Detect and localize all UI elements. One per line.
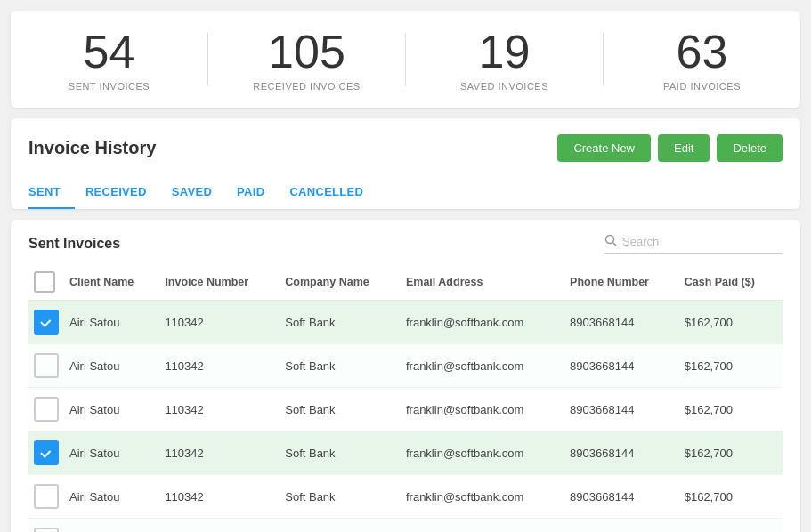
invoice-number: 110342 [159, 344, 280, 388]
phone-number: 8903668144 [564, 475, 679, 519]
col-header-companyName: Company Name [280, 264, 401, 301]
search-container [604, 234, 783, 254]
tab-saved[interactable]: SAVED [172, 176, 226, 209]
tab-sent[interactable]: SENT [28, 176, 75, 209]
table-row: Airi Satou110342Soft Bankfranklin@softba… [28, 519, 783, 532]
delete-button[interactable]: Delete [717, 134, 783, 162]
company-name: Soft Bank [280, 519, 401, 532]
search-icon [604, 234, 617, 249]
svg-line-1 [613, 243, 617, 246]
cash-paid: $162,700 [679, 431, 783, 475]
select-all-checkbox[interactable] [34, 271, 55, 293]
invoice-number: 110342 [159, 431, 280, 475]
cash-paid: $162,700 [679, 475, 783, 519]
email-address: franklin@softbank.com [401, 388, 564, 431]
checkbox-checked[interactable] [34, 310, 59, 335]
invoice-history-header: Invoice History Create New Edit Delete [28, 134, 783, 162]
stat-item-saved-invoices: 19SAVED INVOICES [406, 27, 603, 92]
invoice-number: 110342 [159, 388, 280, 431]
col-header-emailAddress: Email Address [401, 264, 564, 301]
phone-number: 8903668144 [564, 344, 679, 388]
edit-button[interactable]: Edit [658, 134, 710, 162]
phone-number: 8903668144 [564, 431, 679, 475]
checkbox-checked[interactable] [34, 440, 59, 465]
stat-label: PAID INVOICES [612, 81, 791, 92]
table-row: Airi Satou110342Soft Bankfranklin@softba… [28, 344, 783, 388]
checkbox-unchecked[interactable] [34, 397, 59, 422]
tab-cancelled[interactable]: CANCELLED [289, 176, 377, 209]
stat-item-received-invoices: 105RECEIVED INVOICES [208, 27, 405, 92]
company-name: Soft Bank [280, 344, 401, 388]
stat-label: SAVED INVOICES [415, 81, 594, 92]
phone-number: 8903668144 [564, 301, 679, 344]
checkbox-cell[interactable] [28, 388, 64, 431]
checkbox-unchecked[interactable] [34, 528, 59, 532]
email-address: franklin@softbank.com [401, 519, 564, 532]
client-name: Airi Satou [64, 475, 159, 519]
tab-received[interactable]: RECEIVED [85, 176, 161, 209]
email-address: franklin@softbank.com [401, 301, 564, 344]
client-name: Airi Satou [64, 388, 159, 431]
invoice-history-card: Invoice History Create New Edit Delete S… [11, 118, 800, 209]
table-header-row: Sent Invoices [28, 234, 783, 254]
company-name: Soft Bank [280, 301, 401, 344]
checkbox-cell[interactable] [28, 431, 64, 475]
stat-label: RECEIVED INVOICES [217, 81, 396, 92]
checkbox-unchecked[interactable] [34, 353, 59, 378]
cash-paid: $162,700 [679, 388, 783, 431]
invoice-number: 110342 [159, 519, 280, 532]
table-row: Airi Satou110342Soft Bankfranklin@softba… [28, 301, 783, 344]
invoice-number: 110342 [159, 475, 280, 519]
col-header-checkbox [28, 264, 64, 301]
stats-card: 54SENT INVOICES105RECEIVED INVOICES19SAV… [11, 11, 800, 108]
invoices-table: Client NameInvoice NumberCompany NameEma… [28, 264, 783, 532]
tabs: SENTRECEIVEDSAVEDPAIDCANCELLED [28, 176, 783, 209]
company-name: Soft Bank [280, 388, 401, 431]
stat-number: 19 [415, 27, 594, 77]
tab-paid[interactable]: PAID [237, 176, 279, 209]
search-input[interactable] [622, 235, 783, 248]
stat-number: 63 [612, 27, 791, 77]
checkbox-unchecked[interactable] [34, 484, 59, 509]
cash-paid: $162,700 [679, 344, 783, 388]
create-new-button[interactable]: Create New [557, 134, 651, 162]
stat-number: 54 [20, 27, 199, 77]
sent-invoices-title: Sent Invoices [28, 236, 120, 252]
invoice-number: 110342 [159, 301, 280, 344]
stat-number: 105 [217, 27, 396, 77]
col-header-cashPaid: Cash Paid ($) [679, 264, 783, 301]
table-row: Airi Satou110342Soft Bankfranklin@softba… [28, 388, 783, 431]
email-address: franklin@softbank.com [401, 344, 564, 388]
col-header-phoneNumber: Phone Number [564, 264, 679, 301]
col-header-clientName: Client Name [64, 264, 159, 301]
invoice-history-title: Invoice History [28, 138, 156, 158]
phone-number: 8903668144 [564, 388, 679, 431]
company-name: Soft Bank [280, 475, 401, 519]
checkbox-cell[interactable] [28, 519, 64, 532]
checkbox-cell[interactable] [28, 344, 64, 388]
email-address: franklin@softbank.com [401, 475, 564, 519]
col-header-invoiceNumber: Invoice Number [159, 264, 280, 301]
stat-label: SENT INVOICES [20, 81, 199, 92]
cash-paid: $162,700 [679, 301, 783, 344]
company-name: Soft Bank [280, 431, 401, 475]
cash-paid: $162,700 [679, 519, 783, 532]
phone-number: 8903668144 [564, 519, 679, 532]
table-card: Sent Invoices Client NameInvoice NumberC… [11, 220, 800, 532]
client-name: Airi Satou [64, 344, 159, 388]
stat-item-paid-invoices: 63PAID INVOICES [604, 27, 800, 92]
client-name: Airi Satou [64, 519, 159, 532]
stat-item-sent-invoices: 54SENT INVOICES [11, 27, 207, 92]
checkbox-cell[interactable] [28, 475, 64, 519]
client-name: Airi Satou [64, 431, 159, 475]
button-group: Create New Edit Delete [557, 134, 783, 162]
email-address: franklin@softbank.com [401, 431, 564, 475]
client-name: Airi Satou [64, 301, 159, 344]
checkbox-cell[interactable] [28, 301, 64, 344]
table-row: Airi Satou110342Soft Bankfranklin@softba… [28, 431, 783, 475]
table-row: Airi Satou110342Soft Bankfranklin@softba… [28, 475, 783, 519]
